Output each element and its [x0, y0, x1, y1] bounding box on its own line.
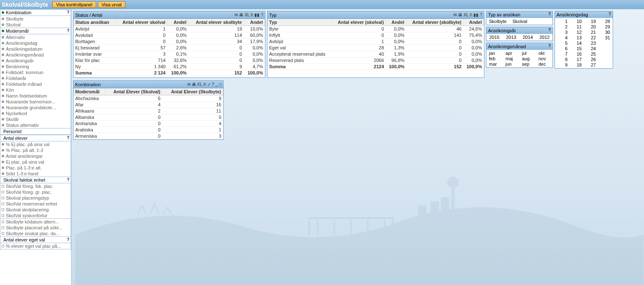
sidebar-head-modersmal[interactable]: Modersmål? [0, 28, 71, 34]
help-icon[interactable]: ? [480, 13, 482, 17]
col-header[interactable]: Antal elever skolbyte [188, 19, 244, 26]
table-row[interactable]: Reserverad plats206696,8%00,0% [267, 57, 484, 64]
sidebar-item[interactable]: Nuvarande grundskole... [0, 105, 71, 110]
day-opt[interactable]: 6 [557, 46, 568, 51]
day-opt[interactable]: 13 [571, 35, 583, 40]
day-opt[interactable]: 9 [557, 62, 568, 67]
col-header[interactable]: Typ [267, 19, 332, 26]
sidebar-item[interactable]: SkolVal reserverad enhet [0, 201, 71, 207]
day-opt[interactable]: 25 [585, 51, 597, 56]
sidebar-item[interactable]: SkolVal föreg. fsk. plac. [0, 183, 71, 189]
typans-opt[interactable]: Skolval [512, 19, 528, 24]
day-opt[interactable]: 30 [599, 30, 611, 35]
minimize-icon[interactable]: _ [215, 82, 218, 87]
sidebar-item[interactable]: Namn födelsedatum [0, 93, 71, 99]
help-icon[interactable]: ? [67, 28, 69, 33]
copy-icon[interactable]: ⎘ [204, 82, 206, 87]
print-icon[interactable]: 🖶 [239, 13, 243, 17]
sidebar-item[interactable]: Benämning [0, 64, 71, 69]
day-opt[interactable]: 1 [557, 19, 568, 24]
table-row[interactable]: Ny1 34061,2%94,7% [74, 64, 265, 70]
chart-icon[interactable]: ▮▮ [473, 13, 479, 17]
typans-opt[interactable]: Skolbyte [488, 19, 507, 24]
year-opt[interactable]: 2015 [489, 35, 500, 40]
month-opt[interactable]: maj [505, 56, 518, 61]
sidebar-item[interactable]: Skolval skolplacering [0, 207, 71, 213]
col-header[interactable]: Andel [386, 19, 406, 26]
table-row[interactable]: Afrikaans211 [74, 108, 223, 114]
month-opt[interactable]: dec [538, 62, 551, 67]
day-opt[interactable]: 11 [571, 24, 583, 29]
sidebar-item[interactable]: % Ej plac. på sina val [0, 141, 71, 147]
sidebar-item[interactable]: Status alternativ [0, 122, 71, 128]
day-opt[interactable]: 5 [557, 41, 568, 46]
sidebar-item[interactable]: Ansökningsår [0, 58, 71, 64]
table-row[interactable]: Borttagen00,0%3417,9% [74, 39, 265, 45]
month-opt[interactable]: jun [505, 62, 518, 67]
day-opt[interactable]: 27 [585, 62, 597, 67]
print-icon[interactable]: 🖶 [458, 13, 462, 17]
day-opt[interactable]: 22 [585, 35, 597, 40]
help-icon[interactable]: ? [608, 12, 611, 16]
col-header[interactable]: Antal Elever (Skolval) [105, 88, 162, 95]
sidebar-item[interactable]: Ansökningsdag [0, 40, 71, 46]
table-row[interactable]: Inväntar svar30,1%00,0% [74, 51, 265, 57]
sidebar-item[interactable]: Födelseår [0, 75, 71, 81]
sidebar-item[interactable]: Folkbokf. kommun [0, 69, 71, 75]
month-opt[interactable]: sep [521, 62, 535, 67]
print-icon[interactable]: 🖶 [192, 82, 196, 87]
table-row[interactable]: Amhariska04 [74, 121, 223, 127]
col-header[interactable]: Antal elever skolval [115, 19, 167, 26]
help-icon[interactable]: ? [548, 12, 551, 16]
day-opt[interactable]: 18 [571, 62, 583, 67]
day-opt[interactable]: 21 [585, 30, 597, 35]
day-opt[interactable]: 4 [557, 35, 568, 40]
month-opt[interactable]: nov [538, 56, 551, 61]
help-icon[interactable]: ? [548, 44, 551, 48]
sidebar-item[interactable]: Nuvarande barnomsor... [0, 99, 71, 105]
sidebar-item[interactable]: Nyckelkod [0, 110, 71, 116]
table-row[interactable]: Avböjd10,0%1910,0% [74, 26, 265, 32]
table-row[interactable]: Inflytt00,0%14175,4% [267, 32, 484, 39]
col-header[interactable]: Antal Elever (Skolbyte) [162, 88, 223, 95]
sidebar-head-personid[interactable]: Personid [0, 128, 71, 135]
table-row[interactable]: Eget val281,3%00,0% [267, 45, 484, 51]
day-opt[interactable]: 23 [585, 41, 597, 46]
sidebar-item[interactable]: Ansökningsdatum [0, 46, 71, 52]
table-row[interactable]: Armeniska03 [74, 133, 223, 139]
day-opt[interactable]: 14 [571, 41, 583, 46]
sidebar-item[interactable]: Ej plac. på sina val [0, 159, 71, 165]
excel-icon[interactable]: XL [197, 82, 202, 87]
month-opt[interactable]: mar [488, 62, 501, 67]
help-icon[interactable]: ? [261, 13, 263, 17]
month-opt[interactable]: aug [521, 56, 535, 61]
maximize-icon[interactable]: □ [219, 82, 221, 87]
day-opt[interactable]: 12 [571, 30, 583, 35]
year-opt[interactable]: 2014 [522, 35, 534, 40]
sidebar-head-skolval-enhet[interactable]: Skolval faktisk enhet? [0, 177, 71, 183]
show-panel-button[interactable]: Visa kontrollpanel [52, 1, 96, 8]
table-row[interactable]: Avböjd10,0%00,0% [267, 39, 484, 45]
sidebar-item[interactable]: Födelseår-månad [0, 81, 71, 87]
day-opt[interactable]: 8 [557, 57, 568, 62]
col-header[interactable]: Andel [463, 19, 484, 26]
chart-icon[interactable]: ▮▮ [255, 13, 260, 17]
help-icon[interactable]: ? [67, 177, 69, 182]
month-opt[interactable]: okt [538, 51, 551, 56]
year-opt[interactable]: 2013 [505, 35, 517, 40]
send-icon[interactable]: ✉ [187, 82, 191, 87]
day-opt[interactable]: 3 [557, 30, 568, 35]
sidebar-item[interactable]: % Plac. på alt. 1-3 [0, 147, 71, 153]
sidebar-item[interactable]: Skolbyte ködatum altern... [0, 219, 71, 225]
show-selection-button[interactable]: Visa urval [98, 1, 125, 8]
day-opt[interactable]: 7 [557, 51, 568, 56]
table-row[interactable]: Byte00,0%4624,6% [267, 26, 484, 32]
excel-icon[interactable]: XL [463, 13, 468, 17]
send-icon[interactable]: ✉ [234, 13, 238, 17]
month-opt[interactable]: jan [488, 51, 501, 56]
day-opt[interactable]: 20 [585, 24, 597, 29]
expand-icon[interactable]: ⤢ [207, 82, 211, 87]
help-icon[interactable]: ? [67, 136, 69, 140]
col-header[interactable]: Andel [167, 19, 188, 26]
day-opt[interactable]: 17 [571, 57, 583, 62]
